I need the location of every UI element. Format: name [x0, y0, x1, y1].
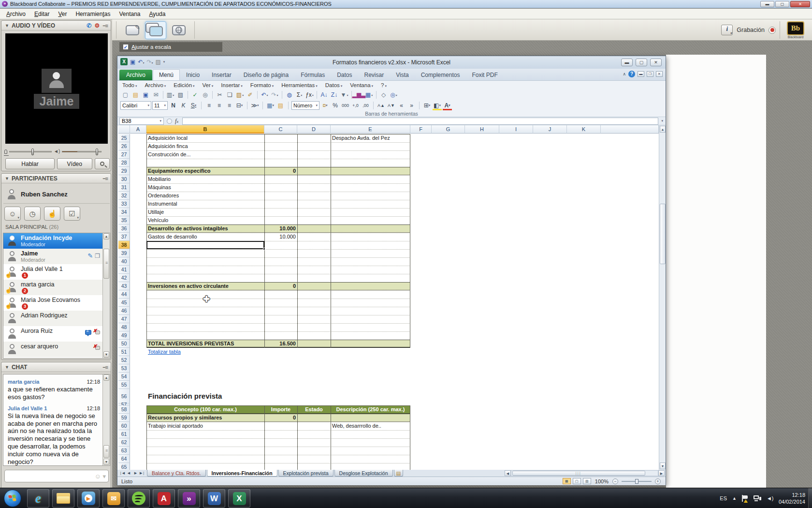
menubar-item-herramientas[interactable]: Herramientas	[71, 10, 115, 18]
row-header-44[interactable]: 44	[118, 290, 130, 299]
participant-row[interactable]: JaimeModerador✎❐	[3, 249, 110, 264]
column-header-I[interactable]: I	[499, 125, 533, 134]
column-header-E[interactable]: E	[331, 125, 410, 134]
row-header-46[interactable]: 46	[118, 307, 130, 315]
row-header-58[interactable]: 58	[118, 405, 130, 414]
page-break-view-button[interactable]: ▥	[583, 478, 591, 484]
video-preview-button[interactable]	[95, 158, 110, 169]
name-box[interactable]: B38▾	[119, 118, 164, 125]
talk-button[interactable]: Hablar	[5, 158, 55, 169]
collapse-icon[interactable]: ▼	[5, 365, 9, 370]
column-header-J[interactable]: J	[533, 125, 567, 134]
format-painter-button[interactable]: ✐	[245, 90, 255, 100]
zoom-out-button[interactable]: −	[612, 478, 618, 484]
formula-input[interactable]	[182, 118, 658, 125]
mic-volume-slider[interactable]	[9, 151, 52, 152]
menubar-item-ayuda[interactable]: Ayuda	[145, 10, 170, 18]
formula-options-icon[interactable]	[167, 119, 172, 124]
minimize-button[interactable]: ▬	[760, 1, 774, 7]
cell-B35[interactable]: Vehículo	[146, 216, 264, 224]
excel-menu-help[interactable]: ?▾	[381, 82, 387, 88]
row-header-59[interactable]: 59	[118, 414, 130, 422]
raise-hand-button[interactable]: ☝	[44, 207, 60, 221]
zoom-tool-button[interactable]: ◎▾	[389, 90, 399, 100]
cell-B51[interactable]: Totalizar tabla	[146, 348, 264, 356]
row-header-37[interactable]: 37	[118, 233, 130, 241]
polling-button[interactable]: ☑▾	[64, 207, 80, 221]
row-header-51[interactable]: 51	[118, 348, 130, 356]
excel-menu-datos[interactable]: Datos▾	[325, 82, 343, 88]
insert-cells-button[interactable]: ▦▾	[266, 101, 275, 110]
minimize-ribbon-icon[interactable]: ∧	[623, 72, 626, 76]
cell-B29[interactable]: Equipamiento específico	[146, 167, 264, 175]
normal-view-button[interactable]: ▦	[563, 478, 571, 484]
cell-B30[interactable]: Mobiliario	[146, 175, 264, 183]
menubar-item-editar[interactable]: Editar	[30, 10, 54, 18]
row-header-47[interactable]: 47	[118, 315, 130, 323]
row-header-63[interactable]: 63	[118, 447, 130, 455]
cell-B36[interactable]: Desarrollo de activos intagibles	[146, 224, 264, 233]
emoticon-picker-icon[interactable]: ☺ ▾	[95, 473, 108, 480]
web-tour-mode-button[interactable]	[168, 21, 189, 39]
sheet-tab-balance-y-cta-rtdos-[interactable]: Balance y Cta. Rtdos.	[147, 470, 206, 477]
zoom-in-button[interactable]: +	[655, 478, 661, 484]
participant-row[interactable]: cesar arquero✘	[3, 342, 110, 357]
row-header-49[interactable]: 49	[118, 331, 130, 340]
excel-menu-archivo[interactable]: Archivo▾	[145, 82, 166, 88]
prev-sheet-icon[interactable]: ◀	[126, 471, 132, 476]
cell-C59[interactable]: 0	[264, 414, 297, 422]
align-right-button[interactable]: ≡	[225, 101, 234, 110]
sheet-tab-inversiones-financiaci-n[interactable]: Inversiones-Financiación	[207, 470, 277, 477]
sheet-tab-desglose-explotaci-n[interactable]: Desglose Explotación	[334, 470, 393, 477]
print-preview-button[interactable]: ▧	[175, 90, 186, 100]
decrease-decimal-button[interactable]: ,00	[361, 101, 370, 110]
adobe-reader-icon[interactable]: A	[153, 489, 175, 508]
ribbon-tab-fórmulas[interactable]: Fórmulas	[295, 70, 331, 80]
cell-B34[interactable]: Utillaje	[146, 208, 264, 216]
align-left-button[interactable]: ≡	[204, 101, 214, 110]
cell-B37[interactable]: Gastos de desarrollo	[146, 233, 264, 241]
participant-row[interactable]: ☝marta garcia2	[3, 280, 110, 295]
number-format-select[interactable]: Número▾	[291, 101, 319, 110]
column-header-K[interactable]: K	[567, 125, 601, 134]
app-sharing-mode-button[interactable]	[145, 21, 166, 39]
thousands-button[interactable]: 000	[341, 101, 350, 110]
participant-row[interactable]: ☝Maria Jose Ecovamos3	[3, 295, 110, 311]
increase-indent-button[interactable]: »	[407, 101, 416, 110]
row-header-40[interactable]: 40	[118, 257, 130, 266]
menubar-item-ventana[interactable]: Ventana	[115, 10, 145, 18]
ribbon-tab-datos[interactable]: Datos	[331, 70, 358, 80]
research-button[interactable]: ◎	[200, 90, 210, 100]
close-button[interactable]: ✕	[790, 1, 810, 7]
cell-B26[interactable]: Adquisición finca	[146, 142, 264, 150]
scroll-up-icon[interactable]: ▲	[103, 374, 109, 381]
row-header-48[interactable]: 48	[118, 323, 130, 331]
workbook-close-button[interactable]: ✕	[656, 71, 663, 77]
ribbon-tab-insertar[interactable]: Insertar	[206, 70, 237, 80]
worksheet-vscrollbar[interactable]: ▲▼	[659, 125, 666, 470]
column-header-C[interactable]: C	[264, 125, 297, 134]
drawing-button[interactable]: ◇	[378, 90, 389, 100]
row-header-65[interactable]: 65	[118, 463, 130, 470]
bold-button[interactable]: N	[169, 101, 178, 110]
telephony-icon[interactable]: ✆	[87, 22, 91, 29]
explorer-icon[interactable]	[52, 489, 74, 508]
collapse-icon[interactable]: ▼	[5, 176, 9, 181]
scroll-down-icon[interactable]: ▼	[103, 351, 109, 358]
column-header-D[interactable]: D	[297, 125, 331, 134]
decrease-indent-button[interactable]: «	[397, 101, 406, 110]
excel-menu-todo[interactable]: Todo▾	[122, 82, 137, 88]
next-sheet-icon[interactable]: ▶	[132, 471, 139, 476]
show-hidden-icons[interactable]: ▲	[732, 496, 737, 501]
workbook-minimize-button[interactable]: ▬	[638, 71, 644, 77]
open-button[interactable]: ▤	[130, 90, 141, 100]
sort-asc-button[interactable]: A↓	[319, 90, 329, 100]
volume-icon[interactable]: ◄)	[767, 495, 773, 501]
cell-B50[interactable]: TOTAL INVERSIONES PREVISTAS	[146, 340, 264, 348]
cell-B60[interactable]: Trabajo inicial aportado	[146, 422, 264, 430]
excel-menu-edición[interactable]: Edición▾	[174, 82, 194, 88]
print-button[interactable]: ▥▾	[165, 90, 175, 100]
excel-minimize-button[interactable]: ▬	[621, 59, 633, 66]
new-button[interactable]: ▢	[120, 90, 130, 100]
size-select[interactable]: 11▾	[152, 101, 168, 110]
